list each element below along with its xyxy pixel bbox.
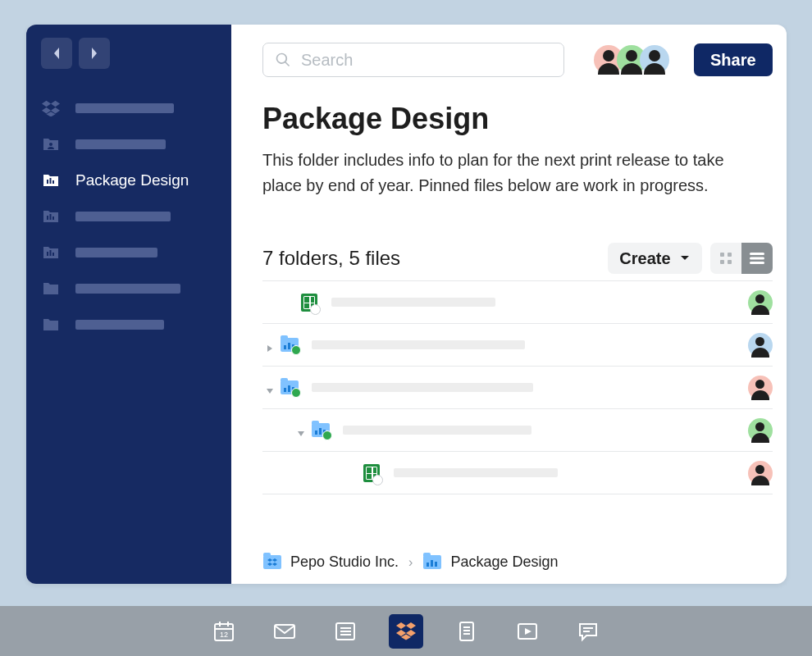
dock-calendar-icon[interactable]: 12 <box>207 614 241 649</box>
chevron-right-icon <box>89 47 99 60</box>
svg-rect-14 <box>750 253 764 255</box>
file-rows <box>262 280 773 494</box>
breadcrumb: Pepo Studio Inc. › Package Design <box>262 554 559 571</box>
svg-rect-1 <box>47 180 48 184</box>
search-field[interactable] <box>262 43 564 77</box>
file-row[interactable] <box>262 367 773 409</box>
file-row[interactable] <box>262 452 773 494</box>
chevron-down-icon <box>679 253 691 264</box>
sidebar-item-0[interactable] <box>26 90 231 126</box>
svg-rect-13 <box>728 260 732 264</box>
svg-rect-7 <box>47 252 48 256</box>
svg-rect-12 <box>720 260 724 264</box>
placeholder <box>75 103 174 113</box>
team-folder-icon <box>281 379 299 397</box>
file-name-placeholder <box>394 468 558 477</box>
sidebar-list: Package Design <box>26 90 231 343</box>
svg-rect-5 <box>50 214 52 220</box>
main-area: Share Package Design This folder include… <box>231 25 787 584</box>
svg-rect-2 <box>50 178 52 184</box>
row-owner-avatar[interactable] <box>748 333 773 358</box>
sidebar-item-5[interactable] <box>26 271 231 307</box>
breadcrumb-root[interactable]: Pepo Studio Inc. <box>290 554 399 571</box>
app-window: Package Design Share Package Design This… <box>26 25 787 584</box>
nav-back-button[interactable] <box>41 38 72 69</box>
avatar-2[interactable] <box>640 45 669 75</box>
disclosure-down-icon[interactable] <box>297 426 305 435</box>
grid-view-button[interactable] <box>710 243 741 274</box>
row-owner-avatar[interactable] <box>748 461 773 485</box>
share-button[interactable]: Share <box>694 43 773 76</box>
svg-point-0 <box>49 143 52 146</box>
sidebar-item-6[interactable] <box>26 307 231 343</box>
nav-arrows <box>26 38 231 90</box>
team-folder-icon <box>41 171 61 189</box>
topbar: Share <box>231 25 787 77</box>
svg-rect-3 <box>52 180 54 184</box>
dock-list-icon[interactable] <box>328 614 363 649</box>
person-folder-icon <box>41 135 61 153</box>
spreadsheet-icon <box>363 464 381 482</box>
team-folder-icon <box>41 244 61 262</box>
search-input[interactable] <box>299 50 552 71</box>
dock-dropbox-icon[interactable] <box>389 614 423 649</box>
sidebar-item-4[interactable] <box>26 235 231 271</box>
content-area: Package Design This folder includes info… <box>231 77 787 584</box>
sidebar: Package Design <box>26 25 231 584</box>
nav-forward-button[interactable] <box>79 38 110 69</box>
list-controls: Create <box>608 243 772 274</box>
grid-icon <box>718 251 733 266</box>
team-folder-icon <box>312 421 330 440</box>
file-name-placeholder <box>312 340 525 349</box>
row-owner-avatar[interactable] <box>748 290 773 315</box>
disclosure-down-icon[interactable] <box>266 384 274 392</box>
svg-rect-22 <box>275 625 294 638</box>
dock-chat-icon[interactable] <box>571 614 605 649</box>
placeholder <box>75 139 166 149</box>
svg-rect-16 <box>750 262 764 264</box>
dock-mail-icon[interactable] <box>267 614 302 649</box>
dock: 12 <box>0 606 812 656</box>
team-folder-icon <box>281 336 299 354</box>
page-title: Package Design <box>262 102 773 136</box>
collaborator-avatars[interactable] <box>594 45 669 75</box>
row-owner-avatar[interactable] <box>748 418 773 443</box>
svg-rect-10 <box>720 253 724 257</box>
sidebar-item-1[interactable] <box>26 126 231 162</box>
list-icon <box>749 252 765 265</box>
root-folder-icon <box>262 554 282 571</box>
chevron-left-icon <box>52 47 62 60</box>
folder-icon <box>41 316 61 334</box>
svg-rect-6 <box>52 216 54 220</box>
breadcrumb-current[interactable]: Package Design <box>450 554 558 571</box>
placeholder <box>75 212 171 221</box>
dock-play-icon[interactable] <box>510 614 545 649</box>
svg-rect-8 <box>50 250 52 256</box>
placeholder <box>75 320 164 330</box>
row-owner-avatar[interactable] <box>748 376 773 400</box>
list-view-button[interactable] <box>741 243 773 274</box>
disclosure-right-icon[interactable] <box>266 341 274 349</box>
sidebar-item-3[interactable] <box>26 198 231 235</box>
list-header: 7 folders, 5 files Create <box>262 243 773 274</box>
team-folder-icon <box>41 207 61 226</box>
item-count: 7 folders, 5 files <box>262 247 400 270</box>
sidebar-item-label: Package Design <box>75 171 189 189</box>
sidebar-item-2[interactable]: Package Design <box>26 162 231 198</box>
dropbox-icon <box>41 99 61 117</box>
dock-document-icon[interactable] <box>449 614 484 649</box>
placeholder <box>75 248 157 257</box>
file-row[interactable] <box>262 281 773 324</box>
current-folder-icon <box>422 554 442 571</box>
file-row[interactable] <box>262 409 773 452</box>
svg-rect-15 <box>750 257 764 260</box>
file-name-placeholder <box>331 298 495 307</box>
file-row[interactable] <box>262 324 773 367</box>
svg-rect-4 <box>47 216 48 220</box>
create-label: Create <box>619 249 670 268</box>
view-toggle <box>710 243 773 274</box>
page-description: This folder includes info to plan for th… <box>262 148 738 198</box>
spreadsheet-icon <box>300 294 318 312</box>
file-name-placeholder <box>312 383 533 392</box>
create-button[interactable]: Create <box>608 243 701 274</box>
